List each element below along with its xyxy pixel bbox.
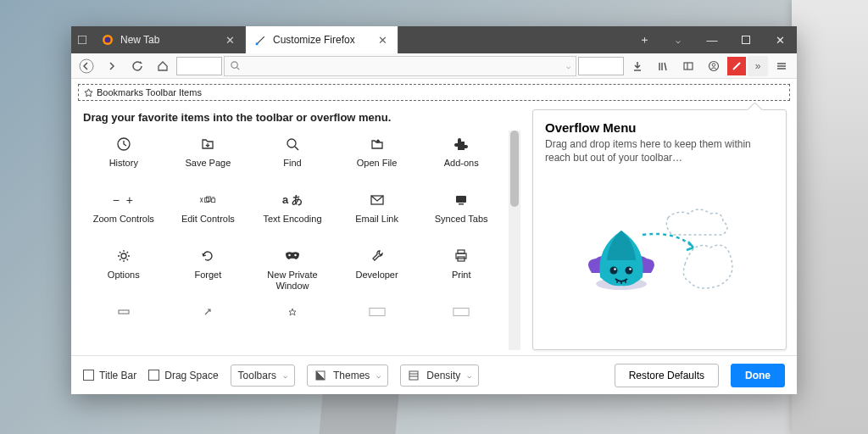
email-icon (369, 192, 386, 209)
svg-point-47 (614, 268, 616, 270)
palette-item-print[interactable]: Print (419, 242, 504, 298)
library-button[interactable] (651, 55, 675, 77)
palette-item-label: History (109, 158, 138, 169)
svg-rect-50 (409, 371, 418, 380)
density-icon (408, 370, 420, 381)
close-window-button[interactable]: ✕ (763, 26, 797, 53)
bookmarks-toolbar-drop[interactable]: Bookmarks Toolbar Items (78, 84, 790, 101)
account-button[interactable] (702, 55, 726, 77)
svg-point-36 (288, 254, 291, 257)
svg-point-37 (294, 254, 297, 257)
palette-item-more[interactable] (419, 298, 504, 350)
palette-item-options[interactable]: Options (81, 242, 166, 298)
palette-item-forget[interactable]: Forget (166, 242, 251, 298)
toolbars-dropdown[interactable]: Toolbars ⌵ (231, 364, 295, 387)
palette-item-zoom[interactable]: − + Zoom Controls (81, 186, 166, 242)
palette-scrollbar[interactable] (509, 131, 520, 350)
svg-rect-3 (256, 43, 259, 46)
new-tab-button[interactable]: ＋ (627, 26, 661, 53)
instruction-text: Drag your favorite items into the toolba… (83, 111, 520, 124)
open-file-icon (369, 136, 386, 153)
palette-item-label: Synced Tabs (435, 214, 488, 225)
dropdown-label: Themes (333, 370, 370, 381)
hamburger-menu-button[interactable] (770, 60, 793, 72)
home-button[interactable] (151, 55, 175, 77)
text-encoding-icon: a あ (284, 192, 301, 209)
palette-item-developer[interactable]: Developer (335, 242, 420, 298)
palette-item-find[interactable]: Find (250, 131, 335, 186)
overflow-button[interactable]: » (748, 56, 768, 76)
sidebars-button[interactable] (676, 55, 700, 77)
svg-rect-26 (459, 203, 464, 205)
scrollbar-thumb[interactable] (510, 131, 519, 207)
find-icon (284, 136, 301, 153)
downloads-button[interactable] (626, 55, 649, 77)
drag-space-checkbox[interactable]: Drag Space (148, 370, 218, 381)
close-icon[interactable]: ✕ (376, 33, 389, 47)
palette-item-history[interactable]: History (81, 131, 166, 186)
palette-item-private-window[interactable]: New Private Window (250, 242, 335, 298)
palette-item-email-link[interactable]: Email Link (335, 186, 420, 242)
svg-line-33 (126, 259, 128, 261)
svg-point-5 (80, 59, 93, 73)
tab-new-tab[interactable]: New Tab ✕ (93, 26, 246, 53)
palette-item-label: Save Page (185, 158, 231, 169)
customize-palette[interactable]: History Save Page Find Open File (81, 131, 507, 350)
more-icon (199, 303, 216, 320)
window-icon (78, 36, 86, 44)
forward-button[interactable] (100, 55, 124, 77)
overflow-description: Drag and drop items here to keep them wi… (545, 138, 774, 164)
density-dropdown[interactable]: Density ⌵ (400, 364, 479, 387)
tabs-dropdown-button[interactable]: ⌵ (661, 26, 695, 53)
url-bar[interactable]: ⌵ (224, 56, 576, 76)
svg-rect-23 (212, 198, 215, 203)
svg-rect-42 (370, 308, 385, 315)
search-bar[interactable] (578, 57, 624, 75)
done-button[interactable]: Done (731, 364, 785, 387)
palette-item-addons[interactable]: Add-ons (419, 131, 504, 186)
chevron-down-icon[interactable]: ⌵ (566, 62, 570, 70)
close-icon[interactable]: ✕ (223, 33, 236, 47)
palette-item-synced-tabs[interactable]: Synced Tabs (419, 186, 504, 242)
palette-item-more[interactable] (335, 298, 420, 350)
palette-item-text-encoding[interactable]: a あ Text Encoding (250, 186, 335, 242)
overflow-panel[interactable]: Overflow Menu Drag and drop items here t… (532, 109, 787, 350)
chevron-down-icon: ⌵ (283, 371, 287, 380)
save-page-icon (199, 136, 216, 153)
flexible-space[interactable] (176, 57, 222, 75)
themes-dropdown[interactable]: Themes ⌵ (307, 364, 388, 387)
bookmarks-toolbar-label: Bookmarks Toolbar Items (97, 87, 202, 97)
palette-item-more[interactable] (250, 298, 335, 350)
themes-icon (314, 370, 326, 381)
restore-defaults-button[interactable]: Restore Defaults (615, 364, 719, 387)
palette-item-edit[interactable]: Edit Controls (166, 186, 251, 242)
checkbox-icon (83, 370, 94, 381)
svg-line-35 (126, 252, 128, 253)
title-bar-checkbox[interactable]: Title Bar (83, 370, 136, 381)
extension-button[interactable] (727, 57, 746, 75)
zoom-icon: − + (115, 192, 132, 209)
palette-item-more[interactable] (81, 298, 166, 350)
palette-item-label: Edit Controls (181, 214, 235, 225)
palette-item-label: Text Encoding (263, 214, 321, 225)
paintbrush-icon (254, 34, 266, 46)
more-icon (453, 303, 470, 320)
svg-line-7 (236, 67, 239, 70)
chevron-down-icon: ⌵ (467, 371, 471, 380)
reload-button[interactable] (125, 55, 149, 77)
svg-line-32 (120, 252, 121, 253)
button-label: Done (745, 370, 771, 381)
palette-item-save-page[interactable]: Save Page (166, 131, 251, 186)
palette-item-open-file[interactable]: Open File (335, 131, 420, 186)
svg-point-48 (629, 268, 632, 270)
back-button[interactable] (75, 55, 98, 77)
minimize-button[interactable]: — (695, 26, 729, 53)
titlebar: New Tab ✕ Customize Firefox ✕ ＋ ⌵ — ✕ (71, 26, 797, 53)
customize-footer: Title Bar Drag Space Toolbars ⌵ Themes ⌵… (71, 355, 797, 394)
svg-rect-25 (456, 196, 466, 203)
gear-icon (115, 248, 132, 264)
firefox-window: New Tab ✕ Customize Firefox ✕ ＋ ⌵ — ✕ (71, 26, 797, 394)
palette-item-more[interactable] (166, 298, 251, 350)
maximize-button[interactable] (729, 26, 763, 53)
tab-customize[interactable]: Customize Firefox ✕ (246, 26, 398, 53)
